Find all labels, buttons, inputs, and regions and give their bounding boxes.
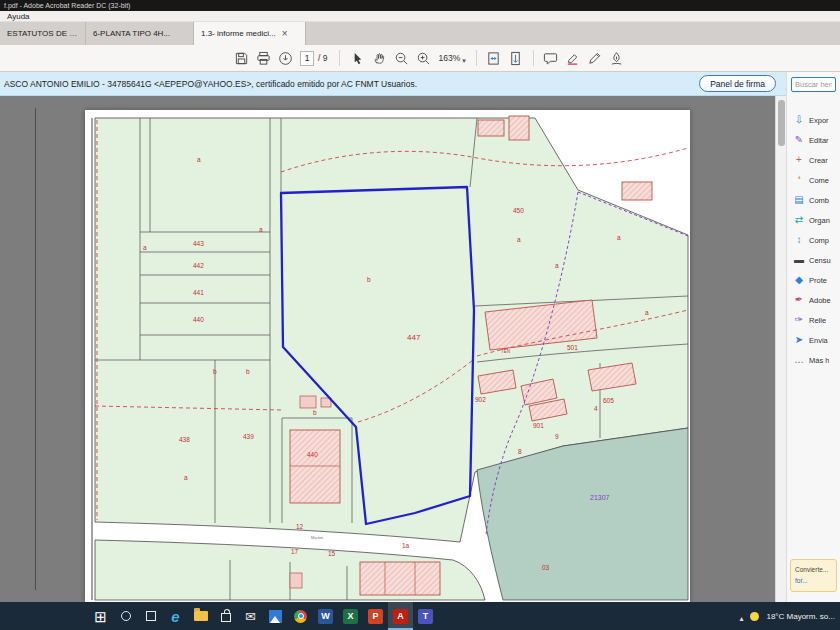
toolbar-divider (339, 50, 340, 66)
download-icon[interactable] (274, 47, 296, 69)
map-label: 440 (193, 316, 204, 323)
zoom-level-select[interactable]: 163% (438, 49, 465, 67)
map-label: b (367, 276, 371, 283)
teams-icon[interactable]: T (413, 602, 438, 630)
scrollbar-thumb[interactable] (778, 100, 785, 146)
map-label: Martini (311, 535, 323, 540)
promo-box[interactable]: Convierte... for... (790, 559, 837, 592)
tool-icon: … (793, 355, 805, 365)
map-label: 1a (402, 542, 410, 549)
task-view-icon[interactable] (138, 602, 163, 630)
map-label: 9 (555, 433, 559, 440)
toolbar-divider (476, 50, 477, 66)
window-title: f.pdf - Adobe Acrobat Reader DC (32-bit) (0, 2, 130, 9)
map-label: 438 (179, 436, 190, 443)
map-label: a (555, 262, 559, 269)
tool-comment[interactable]: ❛ Come (787, 170, 840, 190)
tool-adobe-sign[interactable]: ✒ Adobe (787, 290, 840, 310)
page-fit-icon[interactable] (483, 47, 505, 69)
zoom-in-icon[interactable] (412, 47, 434, 69)
page-count-label: / 9 (318, 53, 327, 63)
map-label: 12 (296, 523, 304, 530)
close-tab-icon[interactable]: × (282, 29, 288, 39)
map-label: b (313, 409, 317, 416)
tray-chevron-icon[interactable] (739, 607, 743, 625)
taskbar: ⊞ e (0, 602, 840, 630)
tool-icon: ✒ (793, 295, 805, 305)
menu-ayuda[interactable]: Ayuda (0, 12, 30, 21)
cadastral-map: 443442441440438439440447450501TEN9029016… (85, 110, 690, 602)
tool-icon: ▬ (793, 255, 805, 265)
tools-list: ⇩ Expor ✎ Editar + Crear ❛ Come (787, 110, 840, 370)
document-tabs: ESTATUTOS DE LA ... 6-PLANTA TIPO 4H... … (0, 22, 840, 45)
tab-informe-medicion[interactable]: 1.3- informe medici... × (194, 22, 306, 45)
excel-icon[interactable]: X (338, 602, 363, 630)
mail-icon[interactable]: ✉ (238, 602, 263, 630)
tool-icon: ⇄ (793, 215, 805, 225)
promo-text: Convierte... (795, 565, 832, 575)
tab-planta-tipo[interactable]: 6-PLANTA TIPO 4H... (86, 22, 194, 45)
tool-export-pdf[interactable]: ⇩ Expor (787, 110, 840, 130)
sign-icon[interactable] (606, 47, 628, 69)
map-label: 443 (193, 240, 204, 247)
file-explorer-icon[interactable] (188, 602, 213, 630)
tools-search-input[interactable] (791, 77, 836, 92)
tool-fill-sign[interactable]: ✑ Relle (787, 310, 840, 330)
zoom-out-icon[interactable] (390, 47, 412, 69)
map-label: 442 (193, 262, 204, 269)
tool-icon: ✎ (793, 135, 805, 145)
system-tray: 18°C Mayorm. so... (739, 602, 835, 630)
tool-send-comments[interactable]: ➤ Envia (787, 330, 840, 350)
select-tool-icon[interactable] (346, 47, 368, 69)
chrome-icon[interactable] (288, 602, 313, 630)
map-label: a (197, 156, 201, 163)
word-icon[interactable]: W (313, 602, 338, 630)
pdf-page: 443442441440438439440447450501TEN9029016… (85, 110, 690, 602)
map-label: 8 (518, 448, 522, 455)
tab-estatutos[interactable]: ESTATUTOS DE LA ... (0, 22, 86, 45)
photos-icon[interactable] (263, 602, 288, 630)
screen: f.pdf - Adobe Acrobat Reader DC (32-bit)… (0, 0, 840, 630)
map-label: 501 (567, 344, 578, 351)
map-label: a (259, 226, 263, 233)
weather-icon (750, 612, 759, 621)
tool-redact[interactable]: ▬ Censu (787, 250, 840, 270)
hand-tool-icon[interactable] (368, 47, 390, 69)
print-icon[interactable] (252, 47, 274, 69)
tool-edit-pdf[interactable]: ✎ Editar (787, 130, 840, 150)
edge-icon[interactable]: e (163, 602, 188, 630)
highlight-icon[interactable] (562, 47, 584, 69)
scroll-view-icon[interactable] (505, 47, 527, 69)
document-area[interactable]: 443442441440438439440447450501TEN9029016… (0, 96, 775, 602)
page-number-input[interactable]: 1 (300, 51, 314, 66)
map-label: 03 (542, 564, 550, 571)
map-label: 15 (328, 550, 336, 557)
tool-organize-pages[interactable]: ⇄ Organ (787, 210, 840, 230)
weather-text[interactable]: 18°C Mayorm. so... (766, 612, 835, 621)
start-button[interactable]: ⊞ (88, 602, 113, 630)
taskbar-icons: ⊞ e (88, 602, 438, 630)
store-icon[interactable] (213, 602, 238, 630)
tool-create-pdf[interactable]: + Crear (787, 150, 840, 170)
tool-protect-pdf[interactable]: ◆ Prote (787, 270, 840, 290)
tool-more-tools[interactable]: … Más h (787, 350, 840, 370)
tool-icon: ▤ (793, 195, 805, 205)
tool-compress-pdf[interactable]: ↕ Comp (787, 230, 840, 250)
zoom-level: 163% (438, 53, 460, 63)
draw-icon[interactable] (584, 47, 606, 69)
promo-link[interactable]: for... (795, 576, 832, 586)
vertical-scrollbar[interactable] (775, 96, 786, 602)
signature-bar: ASCO ANTONIO EMILIO - 34785641G <AEPEPO@… (0, 72, 786, 96)
tool-combine-files[interactable]: ▤ Comb (787, 190, 840, 210)
comment-icon[interactable] (540, 47, 562, 69)
powerpoint-icon[interactable]: P (363, 602, 388, 630)
toolbar: 1 / 9 163% (0, 45, 840, 72)
signature-panel-button[interactable]: Panel de firma (699, 75, 776, 92)
save-icon[interactable] (230, 47, 252, 69)
cortana-icon[interactable] (113, 602, 138, 630)
menu-bar: Ayuda (0, 11, 840, 22)
map-label: a (143, 244, 147, 251)
acrobat-icon[interactable]: A (388, 602, 413, 630)
map-label: 450 (513, 207, 524, 214)
tool-icon: ✑ (793, 315, 805, 325)
